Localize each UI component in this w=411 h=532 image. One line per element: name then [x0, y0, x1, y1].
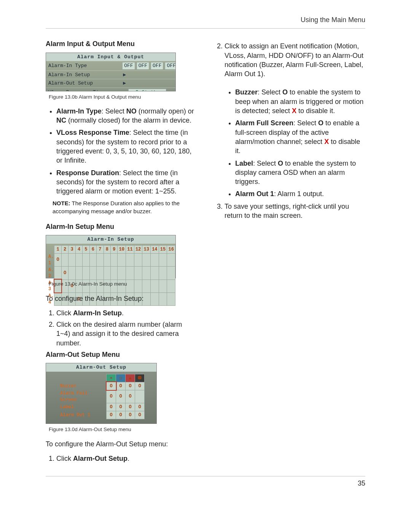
left-column: Alarm Input & Output Menu Alarm Input & …: [46, 39, 197, 465]
body-text: : Select: [253, 160, 278, 167]
bold-term: O: [278, 160, 283, 167]
grid-row: A. 2O: [46, 267, 175, 280]
heading-alarm-out: Alarm-Out Setup Menu: [46, 350, 197, 359]
body-text: .: [122, 309, 124, 317]
intro-text: To configure the Alarm-Out Setup menu:: [46, 439, 197, 449]
body-text: Click: [56, 455, 73, 462]
menu-val: OFF: [151, 62, 163, 70]
page-number: 35: [46, 479, 365, 488]
menu-row-label: Alarm-In Setup: [48, 72, 121, 78]
bold-term: Buzzer: [235, 88, 258, 96]
grid-row: Alarm Out 1OOOO: [58, 411, 145, 419]
bold-term: NO: [126, 107, 137, 115]
body-text: : Select: [258, 88, 282, 96]
bold-term: Alarm Full Screen: [235, 119, 293, 127]
arrow-icon: ▶: [121, 72, 128, 78]
right-column: Click to assign an Event notification (M…: [214, 39, 365, 465]
menu-title: Alarm-Out Setup: [46, 363, 156, 372]
figure-alarm-in-menu: Alarm-In Setup 12345678910111213141516 A…: [46, 235, 176, 278]
figure-caption: Figure 13.0d Alarm-Out Setup menu: [49, 426, 197, 433]
menu-title: Alarm Input & Output: [46, 53, 175, 61]
arrow-icon: ▶: [121, 80, 128, 87]
step-item: Click Alarm-Out Setup.: [56, 454, 197, 463]
grid-row: Alarm Full ScreenOOO: [58, 390, 145, 403]
header-rule: [46, 28, 365, 29]
step-item: Click to assign an Event notification (M…: [225, 42, 365, 198]
grid-row: LabelOOOO: [58, 403, 145, 411]
bullet-item: Label: Select O to enable the system to …: [235, 159, 365, 187]
bold-term: Alarm-In Setup: [73, 309, 122, 317]
bold-term: Response Duration: [56, 169, 119, 177]
ordered-steps: Click Alarm-In Setup. Click on the desir…: [46, 308, 197, 348]
grid-header: 12345678910111213141516: [46, 245, 175, 253]
body-text: Click to assign an Event notification (M…: [225, 42, 363, 78]
body-text: (normally closed) for the alarm in devic…: [66, 117, 191, 124]
content-columns: Alarm Input & Output Menu Alarm Input & …: [46, 39, 365, 465]
menu-row-label: Alarm-In Type: [48, 62, 121, 69]
step-item: Click on the desired alarm number (alarm…: [56, 320, 197, 348]
step-item: To save your settings, right-click until…: [225, 202, 365, 220]
bold-term: Alarm-Out Setup: [73, 455, 127, 462]
body-text: : Alarm 1 output.: [274, 190, 324, 198]
menu-row-label: Vloss Response Time: [48, 89, 121, 91]
note-text: The Response Duration also applies to th…: [53, 200, 180, 214]
body-text: to disable it.: [296, 107, 335, 115]
bold-term: O: [318, 119, 323, 127]
body-text: : Select: [293, 119, 318, 127]
bold-term: NC: [56, 117, 66, 124]
body-text: To save your settings, right-click until…: [225, 203, 349, 219]
bold-term: Label: [235, 160, 253, 167]
note-block: NOTE: The Response Duration also applies…: [53, 200, 197, 215]
footer-rule: [46, 476, 365, 476]
figure-alarm-io-menu: Alarm Input & Output Alarm-In Type OFF O…: [46, 53, 176, 91]
document-page: Using the Main Menu Alarm Input & Output…: [0, 0, 411, 532]
bold-term: O: [282, 88, 288, 96]
grid-header: ✶☐▲⛃: [58, 374, 145, 382]
body-text: Click on the desired alarm number (alarm…: [56, 321, 182, 347]
menu-val: Infinite: [128, 89, 166, 91]
grid-row: BuzzerOOOO: [58, 382, 145, 390]
ordered-steps: Click to assign an Event notification (M…: [214, 42, 365, 220]
menu-val: OFF: [122, 62, 135, 70]
bullet-item: Buzzer: Select O to enable the system to…: [235, 88, 365, 115]
red-x: X: [324, 138, 329, 145]
menu-val: OFF: [165, 62, 176, 70]
body-text: : Select: [102, 107, 126, 115]
figure-caption: Figure 13.0b Alarm Input & Output menu: [49, 94, 197, 101]
menu-row-label: Alarm-Out Setup: [48, 80, 121, 87]
intro-text: To configure the Alarm-In Setup:: [46, 294, 197, 303]
bold-term: VLoss Response Time: [56, 129, 129, 136]
arrow-icon: ◀: [121, 89, 128, 91]
bullet-item: Alarm Full Screen: Select O to enable a …: [235, 118, 365, 155]
red-x: X: [292, 107, 296, 115]
bullet-item: Alarm-In Type: Select NO (normally open)…: [56, 107, 197, 125]
body-text: (normally open) or: [137, 107, 194, 115]
bullet-item: Alarm Out 1: Alarm 1 output.: [235, 189, 365, 198]
figure-caption: Figure 13.0c Alarm-In Setup menu: [49, 281, 197, 288]
nested-bullets: Buzzer: Select O to enable the system to…: [225, 88, 365, 198]
bold-term: Alarm Out 1: [235, 190, 274, 198]
arrow-icon: ▶: [166, 89, 174, 91]
figure-alarm-out-menu: Alarm-Out Setup ✶☐▲⛃ BuzzerOOOO Alarm Fu…: [46, 363, 157, 424]
bold-term: Alarm-In Type: [56, 107, 102, 115]
body-text: Click: [56, 309, 73, 317]
bullet-item: Response Duration: Select the time (in s…: [56, 168, 197, 196]
bullet-item: VLoss Response Time: Select the time (in…: [56, 128, 197, 165]
heading-alarm-io: Alarm Input & Output Menu: [46, 39, 197, 48]
note-lead: NOTE:: [53, 200, 70, 206]
menu-title: Alarm-In Setup: [46, 235, 175, 244]
ordered-steps: Click Alarm-Out Setup.: [46, 454, 197, 463]
page-header: Using the Main Menu: [46, 15, 365, 27]
step-item: Click Alarm-In Setup.: [56, 308, 197, 318]
bullet-list: Alarm-In Type: Select NO (normally open)…: [46, 107, 197, 196]
grid-row: A. 1O: [46, 253, 175, 266]
heading-alarm-in: Alarm-In Setup Menu: [46, 222, 197, 231]
body-text: .: [127, 455, 129, 462]
menu-val: OFF: [137, 62, 149, 70]
